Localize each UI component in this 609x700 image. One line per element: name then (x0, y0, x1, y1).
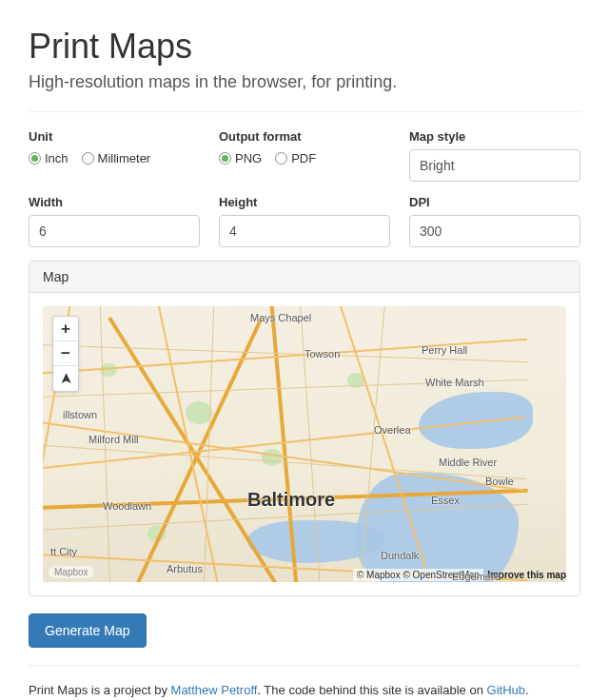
map-panel-title: Map (29, 262, 580, 293)
zoom-in-button[interactable]: + (53, 317, 78, 341)
page-subtitle: High-resolution maps in the browser, for… (29, 72, 580, 92)
unit-option-mm[interactable]: Millimeter (82, 151, 151, 165)
github-link[interactable]: GitHub (487, 683, 525, 697)
unit-radios: Inch Millimeter (29, 149, 200, 165)
width-input[interactable] (29, 215, 200, 247)
map-place-label: Middle River (439, 457, 497, 468)
footer-text: Print Maps is a project by Matthew Petro… (29, 683, 580, 697)
output-label: Output format (219, 129, 390, 144)
unit-label: Unit (29, 129, 200, 144)
output-option-pdf[interactable]: PDF (275, 151, 316, 165)
mapbox-logo: Mapbox (49, 566, 94, 578)
compass-icon: ➤ (59, 373, 72, 384)
map-city-main: Baltimore (247, 489, 335, 511)
dpi-label: DPI (409, 195, 580, 209)
map-place-label: Overlea (374, 424, 411, 436)
zoom-out-button[interactable]: − (53, 341, 78, 366)
map-canvas[interactable]: Baltimore + − ➤ Mapbox © Mapbox © OpenSt… (43, 306, 566, 582)
output-option-png[interactable]: PNG (219, 151, 262, 165)
width-label: Width (29, 195, 200, 209)
map-panel: Map (29, 261, 580, 596)
map-place-label: Dundalk (381, 550, 419, 561)
map-place-label: illstown (63, 409, 97, 420)
map-place-label: Arbutus (167, 563, 203, 574)
unit-option-inch[interactable]: Inch (29, 151, 69, 165)
page-title: Print Maps (29, 27, 580, 67)
height-input[interactable] (219, 215, 390, 247)
radio-icon (275, 152, 287, 165)
map-place-label: Mays Chapel (250, 312, 311, 323)
output-radios: PNG PDF (219, 149, 390, 165)
map-place-label: Edgemere (452, 571, 501, 582)
map-place-label: Bowle (485, 476, 514, 487)
divider (29, 665, 580, 666)
dpi-input[interactable] (409, 215, 580, 247)
radio-icon (82, 152, 94, 165)
author-link[interactable]: Matthew Petroff (171, 683, 258, 697)
style-label: Map style (409, 129, 580, 144)
map-place-label: Woodlawn (103, 500, 151, 512)
map-place-label: White Marsh (425, 377, 484, 388)
radio-icon (219, 152, 231, 165)
map-place-label: Essex (431, 495, 460, 506)
height-label: Height (219, 195, 390, 209)
divider (29, 111, 580, 112)
map-controls: + − ➤ (52, 316, 79, 392)
compass-button[interactable]: ➤ (53, 366, 78, 391)
map-place-label: Milford Mill (88, 434, 139, 445)
map-place-label: Towson (304, 348, 340, 360)
map-place-label: tt City (50, 546, 77, 557)
style-select[interactable] (409, 149, 580, 182)
generate-button[interactable]: Generate Map (29, 613, 147, 648)
radio-icon (29, 152, 41, 165)
map-place-label: Perry Hall (422, 344, 467, 356)
